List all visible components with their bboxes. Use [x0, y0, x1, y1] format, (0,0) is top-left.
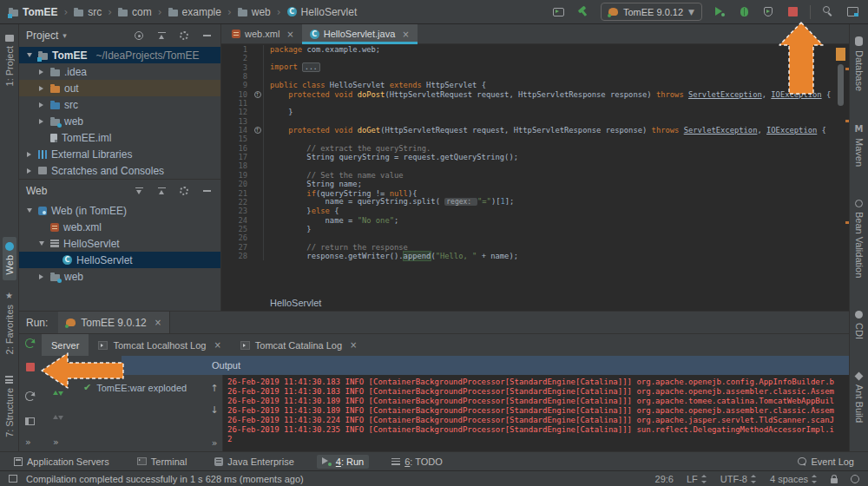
error-stripe-mark[interactable]	[845, 120, 849, 122]
code-text[interactable]: public class HelloServlet extends HttpSe…	[264, 81, 486, 89]
debug-button[interactable]	[737, 5, 751, 19]
toolwindow-button-4-run[interactable]: 4: Run	[317, 455, 369, 469]
log-line[interactable]: 26-Feb-2019 11:41:30.183 INFO [Container…	[227, 378, 849, 387]
toolwindow-tab-1-project[interactable]: 1: Project	[3, 30, 16, 91]
breadcrumb-item-tomee[interactable]: TomEE	[9, 6, 57, 18]
toolwindow-button-6-todo[interactable]: 6: TODO	[386, 455, 448, 469]
code-text[interactable]: name = "No one";	[264, 216, 398, 225]
rerun-server-icon[interactable]	[25, 338, 35, 348]
more-actions-chevron[interactable]: »	[53, 437, 59, 448]
run-button[interactable]	[713, 5, 727, 19]
code-text[interactable]: String queryString = request.getQueryStr…	[264, 153, 518, 161]
hide-button[interactable]	[200, 29, 214, 43]
inspection-profile-icon[interactable]	[851, 475, 859, 483]
run-tab-tomcat-localhost-log[interactable]: Tomcat Localhost Log×	[89, 334, 230, 356]
toolwindow-button-application-servers[interactable]: Application Servers	[9, 455, 115, 469]
log-line[interactable]: 26-Feb-2019 11:41:30.224 INFO [Container…	[227, 416, 849, 425]
expand-arrow-icon[interactable]	[24, 168, 34, 174]
log-line[interactable]: 26-Feb-2019 11:41:30.189 INFO [Container…	[227, 397, 849, 406]
code-editor[interactable]: 1package com.example.web;23import ...89p…	[221, 43, 849, 297]
code-text[interactable]: protected void doGet(HttpServletRequest …	[264, 126, 826, 135]
toolwindow-switcher-icon[interactable]	[9, 475, 17, 483]
breadcrumb-item-helloservlet[interactable]: HelloServlet	[287, 6, 358, 18]
code-text[interactable]: // return the response	[264, 243, 408, 252]
toolwindow-tab-bean-validation[interactable]: Bean Validation	[852, 194, 866, 283]
tree-item-web-xml[interactable]: web.xml	[19, 219, 220, 235]
coverage-button[interactable]	[761, 5, 775, 19]
close-icon[interactable]: ×	[286, 30, 293, 39]
hide-button[interactable]	[200, 184, 214, 198]
run-tab-tomcat-catalina-log[interactable]: Tomcat Catalina Log×	[231, 334, 367, 356]
toolwindow-tab-7-structure[interactable]: 7: Structure	[3, 371, 16, 443]
expand-arrow-icon[interactable]	[24, 152, 34, 157]
error-stripe-mark[interactable]	[845, 221, 849, 224]
encoding-widget[interactable]: UTF-8	[720, 474, 757, 484]
code-text[interactable]: // extract the queryString.	[264, 144, 431, 153]
breadcrumb-item-com[interactable]: com	[118, 6, 152, 18]
expand-arrow-icon[interactable]	[36, 86, 46, 91]
code-text[interactable]: }	[264, 225, 312, 233]
build-button[interactable]	[576, 5, 590, 19]
expand-arrow-icon[interactable]	[36, 274, 46, 279]
code-text[interactable]: // Set the name value	[264, 171, 404, 180]
breadcrumb-item-src[interactable]: src	[74, 6, 102, 18]
toolwindow-tab-web[interactable]: Web	[3, 237, 16, 279]
toolwindow-button-event-log[interactable]: Event Log	[792, 455, 859, 469]
tree-item-external-libraries[interactable]: External Libraries	[19, 146, 220, 162]
code-text[interactable]: name = queryString.split( regex: "=")[1]…	[264, 197, 514, 207]
close-icon[interactable]: ×	[214, 340, 220, 350]
code-text[interactable]: if(queryString != null){	[264, 189, 418, 198]
run-tool-window-button[interactable]	[552, 5, 566, 19]
locate-button[interactable]	[132, 29, 146, 43]
code-text[interactable]: protected void doPost(HttpServletRequest…	[264, 90, 831, 99]
run-tab-server[interactable]: Server	[42, 334, 89, 356]
toolwindow-tab-ant-build[interactable]: Ant Build	[852, 367, 866, 428]
editor-scrollbar[interactable]	[835, 43, 846, 295]
log-line[interactable]: 26-Feb-2019 11:41:30.235 INFO [Container…	[227, 425, 849, 435]
project-panel-title[interactable]: Project ▾	[26, 30, 67, 42]
toolwindow-button-terminal[interactable]: Terminal	[132, 455, 193, 469]
close-icon[interactable]: ×	[155, 318, 161, 327]
tree-item-out[interactable]: out	[19, 80, 220, 96]
expand-arrow-icon[interactable]	[36, 69, 46, 75]
code-text[interactable]: response.getWriter().append("Hello, " + …	[264, 252, 518, 260]
editor-tab-helloservlet-java[interactable]: HelloServlet.java×	[302, 24, 418, 43]
code-text[interactable]: String name;	[264, 180, 362, 188]
deploy-icon[interactable]	[53, 390, 63, 398]
code-text[interactable]: }	[264, 108, 293, 116]
more-actions-chevron[interactable]: »	[212, 437, 218, 449]
arrow-up-icon[interactable]: ↑	[210, 383, 218, 394]
toolwindow-tab-cdi[interactable]: CDI	[852, 305, 866, 345]
line-separator-widget[interactable]: LF	[687, 474, 707, 484]
code-text[interactable]: }else {	[264, 207, 339, 215]
more-actions-chevron[interactable]: »	[25, 437, 31, 448]
refresh-icon[interactable]	[25, 391, 35, 401]
tree-item-helloservlet[interactable]: HelloServlet	[19, 235, 220, 252]
undeploy-icon[interactable]	[53, 414, 63, 423]
caret-position-widget[interactable]: 29:6	[655, 474, 674, 484]
collapse-all-button[interactable]	[155, 184, 168, 198]
toolwindow-tab-2-favorites[interactable]: ★2: Favorites	[3, 286, 16, 359]
code-text[interactable]: import ...	[264, 62, 320, 72]
close-icon[interactable]: ×	[350, 340, 357, 350]
toolwindow-tab-maven[interactable]: MMaven	[852, 119, 866, 172]
tree-item-web-in-tomee[interactable]: Web (in TomEE)	[19, 202, 220, 219]
breadcrumb-item-example[interactable]: example	[168, 6, 221, 18]
deployment-item[interactable]: ✔ TomEE:war exploded	[69, 376, 207, 393]
arrow-down-icon[interactable]: ↓	[210, 404, 218, 416]
run-configuration-select[interactable]: TomEE 9.0.12 ▼	[601, 3, 702, 21]
layout-icon[interactable]	[25, 417, 35, 425]
tree-item-helloservlet[interactable]: HelloServlet	[19, 252, 220, 268]
editor-tab-web-xml[interactable]: web.xml×	[224, 24, 302, 43]
tree-item-tomee[interactable]: TomEE~/IdeaProjects/TomEE	[19, 47, 220, 63]
settings-button[interactable]	[177, 29, 191, 43]
stop-button[interactable]	[786, 5, 799, 19]
toolwindow-button-java-enterprise[interactable]: Java Enterprise	[209, 455, 299, 469]
expand-arrow-icon[interactable]	[36, 102, 46, 108]
expand-arrow-icon[interactable]	[36, 119, 46, 124]
indent-widget[interactable]: 4 spaces	[770, 474, 818, 484]
override-method-icon[interactable]: ↑	[254, 91, 261, 98]
collapse-arrow-icon[interactable]	[24, 208, 34, 213]
log-line[interactable]: 26-Feb-2019 11:41:30.183 INFO [Container…	[227, 387, 849, 397]
collapse-all-button[interactable]	[155, 29, 168, 43]
